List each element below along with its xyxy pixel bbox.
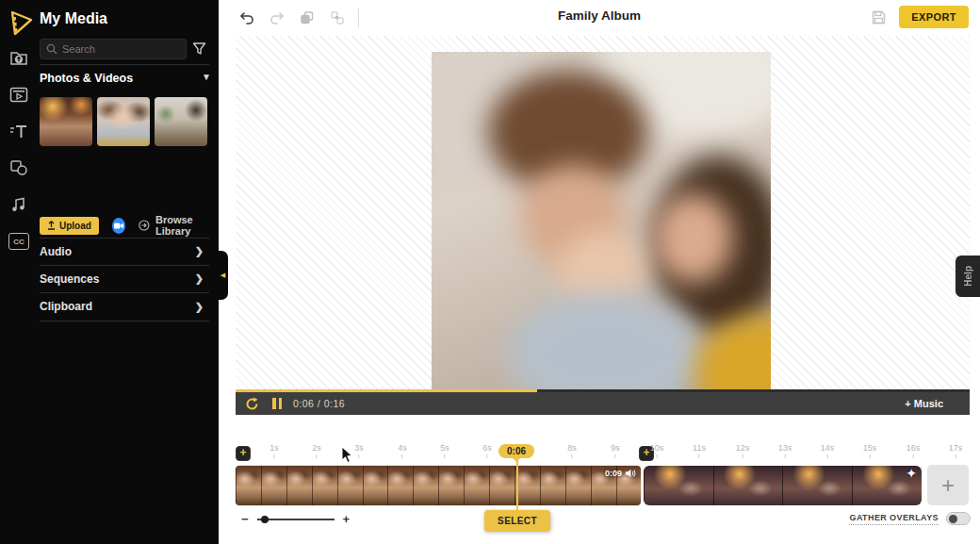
chevron-down-icon: ▼ (202, 72, 211, 85)
media-thumbnail-bedtime[interactable] (40, 97, 92, 146)
search-input-wrap (40, 39, 187, 59)
search-icon (46, 43, 57, 55)
mouse-cursor (341, 446, 353, 464)
circle-arrow-icon (139, 219, 150, 232)
ruler-tick: 14s (821, 443, 835, 458)
clip-duration-label: 0:09 (605, 469, 622, 478)
help-tab[interactable]: Help (956, 256, 980, 297)
pause-button[interactable] (272, 398, 282, 409)
collapse-arrow-icon: ◀ (220, 272, 225, 279)
menu-label: Sequences (40, 272, 99, 286)
chevron-right-icon: ❯ (195, 272, 204, 285)
stock-video-icon[interactable] (8, 86, 29, 103)
loop-button[interactable] (245, 397, 259, 411)
timeline-clip-1[interactable]: 0:09 (236, 466, 641, 505)
captions-icon[interactable]: CC (8, 233, 29, 250)
sidebar-item-sequences[interactable]: Sequences ❯ (40, 266, 209, 294)
export-button[interactable]: EXPORT (899, 6, 969, 28)
music-tool-icon[interactable] (8, 196, 29, 213)
ruler-tick: 6s (482, 443, 492, 458)
ruler-tick: 10s (650, 443, 664, 458)
zoom-slider[interactable] (257, 519, 335, 520)
sidebar-collapse-handle[interactable]: ◀ (218, 251, 228, 300)
browse-library-button[interactable]: Browse Library (139, 214, 219, 237)
divider (40, 64, 209, 65)
clip-star-icon: ✦ (906, 466, 917, 481)
media-thumbnail-family[interactable] (97, 97, 150, 146)
add-clip-button[interactable]: + (927, 465, 969, 505)
time-display: 0:06 / 0:16 (293, 398, 345, 409)
sidebar-menu: Audio ❯ Sequences ❯ Clipboard ❯ (40, 238, 209, 321)
help-label: Help (963, 266, 973, 287)
media-folder-icon[interactable] (8, 49, 29, 66)
sidebar-item-clipboard[interactable]: Clipboard ❯ (40, 293, 209, 321)
duplicate-button[interactable] (298, 8, 317, 27)
filter-funnel-icon[interactable] (192, 41, 206, 56)
menu-label: Clipboard (40, 300, 92, 313)
upload-row: Upload Browse Library (40, 214, 219, 237)
playhead-line[interactable] (516, 460, 518, 512)
upload-button[interactable]: Upload (40, 217, 99, 235)
tool-rail: CC (7, 49, 31, 250)
browse-library-label: Browse Library (155, 214, 219, 237)
undo-button[interactable] (237, 8, 256, 27)
preview-stage: 0:06 / 0:16 + Music (236, 36, 970, 415)
add-music-button[interactable]: + Music (905, 398, 960, 409)
ruler-tick: 11s (693, 443, 706, 458)
toolbar-divider (358, 8, 359, 27)
search-input[interactable] (62, 43, 166, 55)
ruler-tick: 12s (736, 443, 750, 458)
ruler-tick: 15s (863, 443, 877, 458)
ruler-tick: 3s (354, 443, 364, 458)
playhead-time-badge[interactable]: 0:06 (498, 444, 534, 458)
zoom-app-icon[interactable] (112, 218, 125, 234)
sidebar-item-audio[interactable]: Audio ❯ (40, 238, 209, 266)
upload-icon (47, 221, 56, 230)
gather-overlays-control: GATHER OVERLAYS (849, 512, 971, 525)
timeline-clip-2[interactable]: ✦ (644, 466, 922, 505)
media-thumbnail-kitchen[interactable] (155, 97, 207, 146)
select-button[interactable]: SELECT (484, 510, 550, 532)
ruler-tick: 2s (312, 443, 321, 458)
toggle-knob (949, 515, 957, 523)
ruler-tick: 17s (949, 443, 963, 458)
media-thumbnails (40, 97, 207, 146)
text-tool-icon[interactable] (8, 123, 29, 140)
ruler-tick: 4s (398, 443, 407, 458)
gather-overlays-toggle[interactable] (946, 512, 971, 525)
woman-face-shape (653, 193, 733, 283)
ruler-tick: 8s (567, 443, 577, 458)
upload-label: Upload (59, 221, 91, 231)
sidebar-title: My Media (40, 10, 107, 27)
zoom-in-button[interactable]: + (343, 512, 351, 526)
media-sidebar: CC My Media Photos & Videos ▼ Upload Bro… (0, 0, 219, 544)
video-preview[interactable] (432, 52, 771, 389)
redo-button[interactable] (268, 8, 286, 27)
ruler-tick: 16s (906, 443, 921, 458)
timeline: + + 1s 2s 3s 4s 5s 6s 7s 8s 9s 10s 11s 1… (236, 415, 980, 544)
topbar: Family Album EXPORT (219, 0, 980, 36)
chevron-right-icon: ❯ (195, 301, 204, 313)
app-logo-icon[interactable] (7, 8, 35, 38)
ruler-tick: 9s (611, 443, 620, 458)
zoom-out-button[interactable]: − (241, 512, 249, 526)
save-icon[interactable] (869, 8, 888, 26)
ruler-tick: 13s (778, 443, 792, 458)
chevron-right-icon: ❯ (195, 245, 204, 257)
zoom-slider-knob[interactable] (261, 516, 269, 523)
ruler-tick: 5s (440, 443, 449, 458)
timeline-zoom-control: − + (241, 512, 350, 526)
player-controls: 0:06 / 0:16 + Music (236, 392, 970, 415)
gather-overlays-label[interactable]: GATHER OVERLAYS (849, 513, 939, 525)
add-scene-before-button[interactable]: + (236, 446, 251, 461)
project-title: Family Album (558, 8, 641, 23)
photos-videos-section-header[interactable]: Photos & Videos ▼ (40, 72, 211, 85)
photos-videos-label: Photos & Videos (40, 72, 133, 85)
menu-label: Audio (40, 245, 72, 258)
ruler-tick: 1s (270, 443, 279, 458)
overlays-shapes-icon[interactable] (8, 159, 29, 176)
clip-audio-icon (626, 469, 636, 478)
paste-button[interactable] (328, 8, 347, 27)
